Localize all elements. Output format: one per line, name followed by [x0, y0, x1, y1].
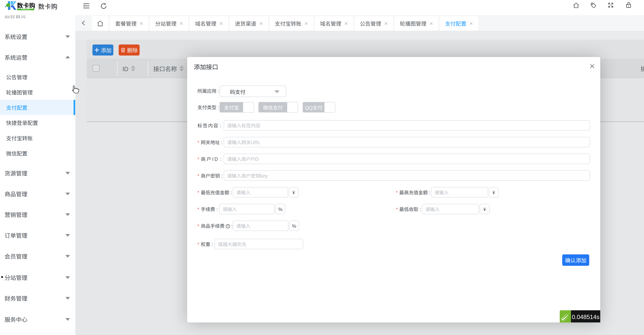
svg-text:?: ? — [227, 224, 228, 228]
